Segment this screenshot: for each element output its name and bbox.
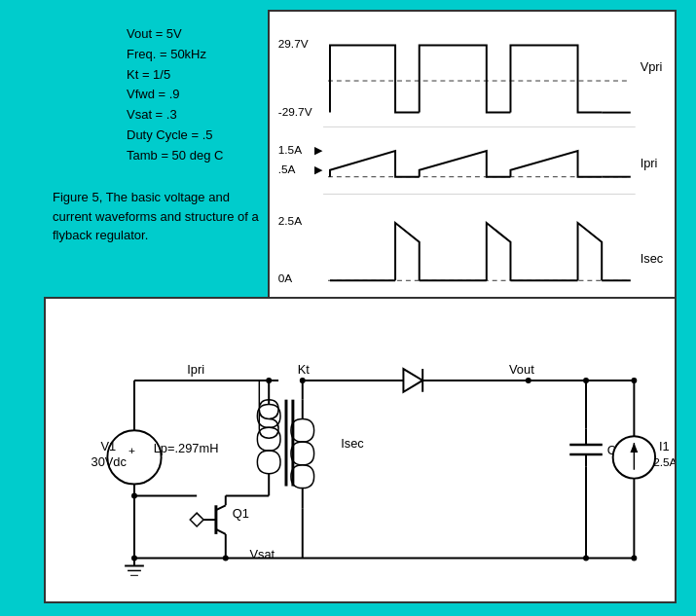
svg-point-58 xyxy=(223,556,229,562)
ipri-low-label: .5A xyxy=(278,163,296,176)
waveform-panel: 29.7V -29.7V Vpri 1.5A .5A ▶ ▶ Ipri xyxy=(268,10,677,302)
svg-point-59 xyxy=(583,556,589,562)
kt-spec: Kt = 1/5 xyxy=(127,65,223,86)
lp-label: Lp=.297mH xyxy=(154,441,219,455)
svg-text:▶: ▶ xyxy=(314,163,323,175)
circuit-panel: + V1 30Vdc Ipri Lp=.297mH xyxy=(44,297,677,603)
isec-label: Isec xyxy=(341,436,364,451)
i1-label: I1 xyxy=(659,439,670,453)
svg-point-43 xyxy=(300,378,306,383)
svg-point-68 xyxy=(131,492,137,498)
vout-label: Vout xyxy=(509,362,534,377)
tamb-spec: Tamb = 50 deg C xyxy=(127,146,223,166)
v1-label: V1 xyxy=(100,439,116,453)
kt-label: Kt xyxy=(298,362,311,377)
svg-point-60 xyxy=(631,556,637,562)
vsat-spec: Vsat = .3 xyxy=(127,105,223,126)
vpri-low-label: -29.7V xyxy=(278,105,312,119)
isec-low-label: 0A xyxy=(278,272,293,285)
figure-caption: Figure 5, The basic voltage and current … xyxy=(53,188,267,245)
freq-spec: Freq. = 50kHz xyxy=(127,45,223,65)
circuit-svg: + V1 30Vdc Ipri Lp=.297mH xyxy=(46,299,675,601)
vsat-label: Vsat xyxy=(249,547,275,562)
ipri-label: Ipri xyxy=(187,362,204,377)
v1-value: 30Vdc xyxy=(92,454,128,469)
svg-text:+: + xyxy=(128,444,135,457)
svg-text:▶: ▶ xyxy=(314,144,323,156)
vpri-high-label: 29.7V xyxy=(278,37,309,51)
ipri-high-label: 1.5A xyxy=(278,143,302,157)
vfwd-spec: Vfwd = .9 xyxy=(127,85,223,105)
ipri-channel-label: Ipri xyxy=(641,156,658,170)
vpri-channel-label: Vpri xyxy=(641,59,663,74)
q1-label: Q1 xyxy=(233,506,249,521)
svg-point-42 xyxy=(266,378,272,383)
isec-channel-label: Isec xyxy=(641,252,664,267)
vout-spec: Vout = 5V xyxy=(127,24,223,45)
waveform-svg: 29.7V -29.7V Vpri 1.5A .5A ▶ ▶ Ipri xyxy=(270,12,675,300)
specs-text: Vout = 5V Freq. = 50kHz Kt = 1/5 Vfwd = … xyxy=(127,24,223,166)
i1-value: 2.5Adc xyxy=(653,455,675,469)
duty-cycle-spec: Duty Cycle = .5 xyxy=(127,126,223,146)
isec-high-label: 2.5A xyxy=(278,214,302,228)
